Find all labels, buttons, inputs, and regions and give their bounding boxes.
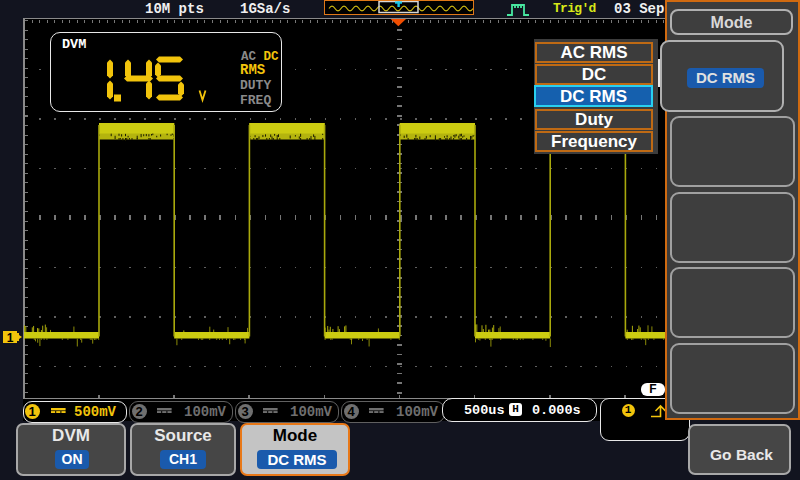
svg-text:1: 1 bbox=[6, 331, 13, 344]
